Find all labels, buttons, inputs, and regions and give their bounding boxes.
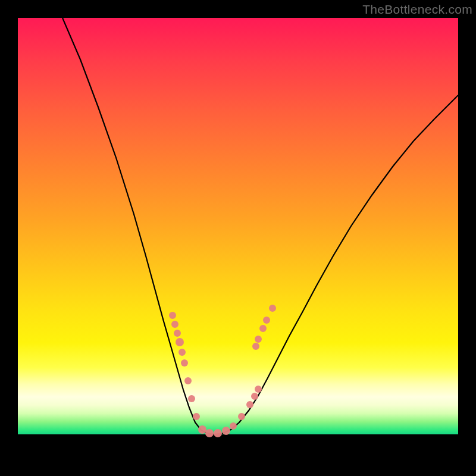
data-marker: [188, 395, 195, 402]
data-marker: [169, 312, 176, 319]
data-marker: [252, 343, 259, 350]
data-marker: [181, 359, 188, 367]
data-marker: [205, 429, 214, 437]
chart-svg: [18, 18, 458, 458]
watermark-text: TheBottleneck.com: [362, 2, 472, 17]
data-marker: [171, 321, 178, 328]
data-marker: [214, 429, 222, 437]
data-marker: [178, 349, 186, 356]
data-markers: [169, 305, 276, 437]
chart-frame: [18, 18, 458, 458]
data-marker: [255, 336, 262, 343]
bottleneck-curve: [62, 18, 458, 434]
data-marker: [246, 401, 253, 408]
data-marker: [222, 427, 230, 435]
data-marker: [255, 386, 262, 393]
data-marker: [184, 377, 192, 384]
data-marker: [263, 317, 270, 324]
data-marker: [251, 393, 258, 400]
data-marker: [259, 325, 267, 332]
data-marker: [176, 338, 184, 346]
data-marker: [193, 413, 200, 420]
data-marker: [269, 305, 276, 312]
data-marker: [198, 425, 206, 434]
data-marker: [230, 422, 237, 430]
data-marker: [238, 413, 245, 420]
data-marker: [174, 330, 181, 337]
